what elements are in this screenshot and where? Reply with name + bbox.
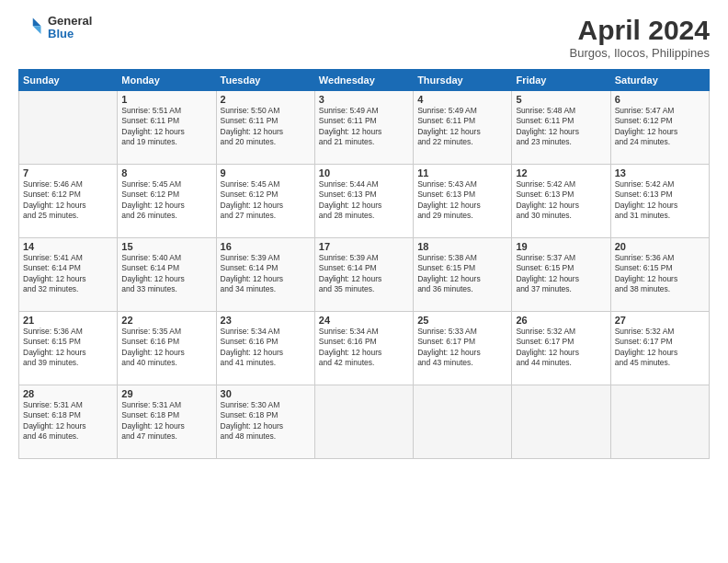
day-info: Sunrise: 5:45 AM Sunset: 6:12 PM Dayligh…	[121, 179, 211, 222]
day-info: Sunrise: 5:45 AM Sunset: 6:12 PM Dayligh…	[221, 179, 311, 222]
calendar-cell: 17Sunrise: 5:39 AM Sunset: 6:14 PM Dayli…	[314, 238, 413, 312]
calendar-cell: 1Sunrise: 5:51 AM Sunset: 6:11 PM Daylig…	[118, 91, 216, 165]
week-row-4: 28Sunrise: 5:31 AM Sunset: 6:18 PM Dayli…	[19, 385, 710, 459]
calendar-cell: 20Sunrise: 5:36 AM Sunset: 6:15 PM Dayli…	[610, 238, 709, 312]
day-number: 23	[221, 315, 311, 326]
day-info: Sunrise: 5:43 AM Sunset: 6:13 PM Dayligh…	[417, 179, 507, 222]
calendar-cell: 11Sunrise: 5:43 AM Sunset: 6:13 PM Dayli…	[414, 165, 512, 238]
calendar-cell	[314, 385, 413, 459]
calendar-table: SundayMondayTuesdayWednesdayThursdayFrid…	[18, 69, 710, 459]
day-info: Sunrise: 5:48 AM Sunset: 6:11 PM Dayligh…	[516, 106, 606, 148]
day-info: Sunrise: 5:36 AM Sunset: 6:15 PM Dayligh…	[615, 253, 705, 295]
logo: General Blue	[18, 15, 92, 41]
calendar-cell: 30Sunrise: 5:30 AM Sunset: 6:18 PM Dayli…	[216, 385, 314, 459]
day-number: 9	[221, 167, 311, 178]
day-number: 4	[417, 94, 507, 105]
day-info: Sunrise: 5:32 AM Sunset: 6:17 PM Dayligh…	[516, 327, 606, 369]
day-info: Sunrise: 5:47 AM Sunset: 6:12 PM Dayligh…	[615, 106, 705, 148]
calendar-title: April 2024	[570, 15, 710, 46]
header-day-thursday: Thursday	[414, 70, 512, 91]
header-day-tuesday: Tuesday	[216, 70, 314, 91]
day-number: 21	[23, 315, 113, 326]
day-number: 2	[221, 94, 311, 105]
calendar-cell: 29Sunrise: 5:31 AM Sunset: 6:18 PM Dayli…	[118, 385, 216, 459]
day-number: 25	[417, 315, 507, 326]
day-number: 15	[121, 241, 211, 252]
calendar-cell: 3Sunrise: 5:49 AM Sunset: 6:11 PM Daylig…	[314, 91, 413, 165]
day-info: Sunrise: 5:41 AM Sunset: 6:14 PM Dayligh…	[23, 253, 113, 295]
calendar-cell: 8Sunrise: 5:45 AM Sunset: 6:12 PM Daylig…	[118, 165, 216, 238]
day-info: Sunrise: 5:34 AM Sunset: 6:16 PM Dayligh…	[319, 327, 409, 369]
day-info: Sunrise: 5:39 AM Sunset: 6:14 PM Dayligh…	[221, 253, 311, 295]
day-number: 20	[615, 241, 705, 252]
day-number: 12	[516, 167, 606, 178]
day-info: Sunrise: 5:34 AM Sunset: 6:16 PM Dayligh…	[221, 327, 311, 369]
day-number: 26	[516, 315, 606, 326]
header: General Blue April 2024 Burgos, Ilocos, …	[18, 15, 710, 60]
day-info: Sunrise: 5:33 AM Sunset: 6:17 PM Dayligh…	[417, 327, 507, 369]
day-info: Sunrise: 5:46 AM Sunset: 6:12 PM Dayligh…	[23, 179, 113, 222]
calendar-cell: 4Sunrise: 5:49 AM Sunset: 6:11 PM Daylig…	[414, 91, 512, 165]
header-row: SundayMondayTuesdayWednesdayThursdayFrid…	[19, 70, 710, 91]
day-info: Sunrise: 5:49 AM Sunset: 6:11 PM Dayligh…	[417, 106, 507, 148]
day-number: 29	[121, 388, 211, 399]
calendar-cell: 28Sunrise: 5:31 AM Sunset: 6:18 PM Dayli…	[19, 385, 118, 459]
day-number: 22	[121, 315, 211, 326]
day-number: 6	[615, 94, 705, 105]
day-info: Sunrise: 5:40 AM Sunset: 6:14 PM Dayligh…	[121, 253, 211, 295]
logo-icon	[18, 15, 44, 40]
calendar-cell: 24Sunrise: 5:34 AM Sunset: 6:16 PM Dayli…	[314, 312, 413, 385]
day-info: Sunrise: 5:49 AM Sunset: 6:11 PM Dayligh…	[319, 106, 409, 148]
day-info: Sunrise: 5:36 AM Sunset: 6:15 PM Dayligh…	[23, 327, 113, 369]
title-block: April 2024 Burgos, Ilocos, Philippines	[570, 15, 710, 60]
day-number: 5	[516, 94, 606, 105]
day-info: Sunrise: 5:37 AM Sunset: 6:15 PM Dayligh…	[516, 253, 606, 295]
day-info: Sunrise: 5:35 AM Sunset: 6:16 PM Dayligh…	[121, 327, 211, 369]
day-info: Sunrise: 5:51 AM Sunset: 6:11 PM Dayligh…	[121, 106, 211, 148]
calendar-cell	[512, 385, 610, 459]
day-number: 19	[516, 241, 606, 252]
calendar-cell: 23Sunrise: 5:34 AM Sunset: 6:16 PM Dayli…	[216, 312, 314, 385]
day-number: 11	[417, 167, 507, 178]
day-info: Sunrise: 5:38 AM Sunset: 6:15 PM Dayligh…	[417, 253, 507, 295]
calendar-cell	[610, 385, 709, 459]
calendar-cell: 14Sunrise: 5:41 AM Sunset: 6:14 PM Dayli…	[19, 238, 118, 312]
header-day-monday: Monday	[118, 70, 216, 91]
calendar-cell: 19Sunrise: 5:37 AM Sunset: 6:15 PM Dayli…	[512, 238, 610, 312]
day-info: Sunrise: 5:32 AM Sunset: 6:17 PM Dayligh…	[615, 327, 705, 369]
day-number: 14	[23, 241, 113, 252]
calendar-cell	[19, 91, 118, 165]
calendar-cell: 5Sunrise: 5:48 AM Sunset: 6:11 PM Daylig…	[512, 91, 610, 165]
week-row-2: 14Sunrise: 5:41 AM Sunset: 6:14 PM Dayli…	[19, 238, 710, 312]
calendar-cell	[414, 385, 512, 459]
calendar-cell: 21Sunrise: 5:36 AM Sunset: 6:15 PM Dayli…	[19, 312, 118, 385]
day-number: 1	[121, 94, 211, 105]
day-number: 17	[319, 241, 409, 252]
calendar-cell: 16Sunrise: 5:39 AM Sunset: 6:14 PM Dayli…	[216, 238, 314, 312]
day-info: Sunrise: 5:39 AM Sunset: 6:14 PM Dayligh…	[319, 253, 409, 295]
calendar-subtitle: Burgos, Ilocos, Philippines	[570, 46, 710, 60]
day-info: Sunrise: 5:31 AM Sunset: 6:18 PM Dayligh…	[121, 400, 211, 442]
svg-marker-0	[33, 18, 41, 27]
day-number: 28	[23, 388, 113, 399]
day-number: 7	[23, 167, 113, 178]
calendar-cell: 18Sunrise: 5:38 AM Sunset: 6:15 PM Dayli…	[414, 238, 512, 312]
day-number: 10	[319, 167, 409, 178]
calendar-cell: 13Sunrise: 5:42 AM Sunset: 6:13 PM Dayli…	[610, 165, 709, 238]
day-info: Sunrise: 5:42 AM Sunset: 6:13 PM Dayligh…	[615, 179, 705, 222]
svg-marker-1	[33, 27, 41, 35]
day-info: Sunrise: 5:50 AM Sunset: 6:11 PM Dayligh…	[221, 106, 311, 148]
header-day-wednesday: Wednesday	[314, 70, 413, 91]
calendar-cell: 9Sunrise: 5:45 AM Sunset: 6:12 PM Daylig…	[216, 165, 314, 238]
day-number: 30	[221, 388, 311, 399]
day-number: 8	[121, 167, 211, 178]
calendar-cell: 26Sunrise: 5:32 AM Sunset: 6:17 PM Dayli…	[512, 312, 610, 385]
day-number: 24	[319, 315, 409, 326]
calendar-cell: 27Sunrise: 5:32 AM Sunset: 6:17 PM Dayli…	[610, 312, 709, 385]
week-row-1: 7Sunrise: 5:46 AM Sunset: 6:12 PM Daylig…	[19, 165, 710, 238]
calendar-cell: 22Sunrise: 5:35 AM Sunset: 6:16 PM Dayli…	[118, 312, 216, 385]
day-number: 16	[221, 241, 311, 252]
calendar-cell: 10Sunrise: 5:44 AM Sunset: 6:13 PM Dayli…	[314, 165, 413, 238]
calendar-cell: 6Sunrise: 5:47 AM Sunset: 6:12 PM Daylig…	[610, 91, 709, 165]
logo-text: General Blue	[48, 15, 92, 41]
